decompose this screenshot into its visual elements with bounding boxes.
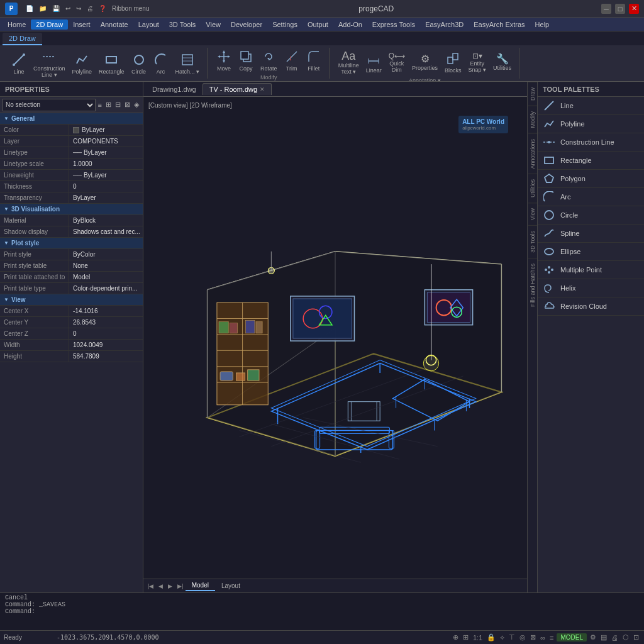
drawing-canvas[interactable]: [Custom view] [2D Wireframe] ALL PC Worl… <box>143 97 527 579</box>
tool-multipoint[interactable]: Multiple Point <box>538 261 644 279</box>
section-3dvis[interactable]: 3D Visualisation <box>0 204 143 215</box>
3d-icon[interactable]: ⬡ <box>621 633 630 642</box>
grid-icon[interactable]: ⊞ <box>462 633 470 642</box>
tool-construction-line[interactable]: Construction Line <box>538 133 644 152</box>
props-icon-4[interactable]: ⊠ <box>123 99 131 110</box>
section-view[interactable]: View <box>0 294 143 306</box>
ribbon-menu-label[interactable]: Ribbon menu <box>110 4 151 13</box>
copy-button[interactable]: Copy <box>236 49 256 73</box>
tool-arc[interactable]: Arc <box>538 188 644 206</box>
menu-home[interactable]: Home <box>3 19 31 30</box>
tab-tvroom[interactable]: TV - Room.dwg ✕ <box>203 83 272 95</box>
props-icon-5[interactable]: ◈ <box>133 99 140 110</box>
multiline-text-button[interactable]: Aa MultilineText ▾ <box>336 49 362 76</box>
snap2-icon[interactable]: ⟡ <box>499 633 506 642</box>
props-icon-2[interactable]: ⊞ <box>104 99 113 110</box>
side-tab-3dtools[interactable]: 3D Tools <box>528 225 537 258</box>
tab-drawing1[interactable]: Drawing1.dwg <box>146 84 203 95</box>
props-icon-3[interactable]: ⊟ <box>114 99 122 110</box>
circle-button[interactable]: Circle <box>129 52 149 76</box>
menu-2ddraw[interactable]: 2D Draw <box>31 19 68 30</box>
hatch-button[interactable]: Hatch... ▾ <box>173 52 203 76</box>
side-tab-draw[interactable]: Draw <box>528 82 537 106</box>
undo-icon[interactable]: ↩ <box>64 4 72 13</box>
prop-linetype: Linetype ── ByLayer <box>0 147 143 158</box>
tool-line[interactable]: Line <box>538 97 644 115</box>
fillet-button[interactable]: Fillet <box>304 49 324 73</box>
print-status-icon[interactable]: 🖨 <box>610 633 619 642</box>
arc-button[interactable]: Arc <box>151 52 171 76</box>
side-tab-utilities[interactable]: Utilities <box>528 174 537 203</box>
print-icon[interactable]: 🖨 <box>85 4 95 13</box>
side-tab-modify[interactable]: Modify <box>528 106 537 133</box>
tool-spline[interactable]: Spline <box>538 225 644 243</box>
menu-easyarch3d[interactable]: EasyArch3D <box>420 19 469 30</box>
ortho-icon[interactable]: ⊤ <box>508 633 516 642</box>
menu-output[interactable]: Output <box>303 19 333 30</box>
polar-icon[interactable]: ◎ <box>518 633 527 642</box>
trim-button[interactable]: Trim <box>282 49 302 73</box>
blocks-button[interactable]: Blocks <box>442 51 464 75</box>
line-button[interactable]: Line <box>9 52 29 76</box>
tool-polyline[interactable]: Polyline <box>538 115 644 133</box>
ribbon-tab-2ddraw[interactable]: 2D Draw <box>3 33 42 45</box>
side-tab-view[interactable]: View <box>528 203 537 225</box>
settings-icon[interactable]: ⚙ <box>589 633 597 642</box>
section-general[interactable]: General <box>0 113 143 125</box>
menu-3dtools[interactable]: 3D Tools <box>164 19 201 30</box>
polyline-button[interactable]: Polyline <box>70 52 95 76</box>
close-button[interactable]: ✕ <box>629 4 639 14</box>
save-icon[interactable]: 💾 <box>50 4 62 13</box>
layout-icon[interactable]: ▤ <box>599 633 608 642</box>
menu-addon[interactable]: Add-On <box>333 19 367 30</box>
tool-helix[interactable]: Helix <box>538 279 644 297</box>
tab-layout[interactable]: Layout <box>215 581 247 591</box>
side-tab-fills[interactable]: Fills and Hatches <box>528 258 537 312</box>
redo-icon[interactable]: ↪ <box>74 4 83 13</box>
menu-layout[interactable]: Layout <box>133 19 164 30</box>
menu-settings[interactable]: Settings <box>267 19 303 30</box>
lock-icon[interactable]: 🔒 <box>486 633 497 642</box>
menu-annotate[interactable]: Annotate <box>96 19 133 30</box>
rotate-button[interactable]: Rotate <box>258 49 280 73</box>
menu-expresstools[interactable]: Express Tools <box>367 19 420 30</box>
otrack-icon[interactable]: ∞ <box>539 633 547 642</box>
help-icon[interactable]: ❓ <box>97 4 108 13</box>
utilities-button[interactable]: 🔧 Utilities <box>491 53 514 72</box>
snap-icon[interactable]: ⊕ <box>452 633 460 642</box>
menu-easyarchextras[interactable]: EasyArch Extras <box>469 19 530 30</box>
tool-revision-cloud[interactable]: Revision Cloud <box>538 297 644 316</box>
move-button[interactable]: Move <box>214 49 234 73</box>
menu-help[interactable]: Help <box>530 19 555 30</box>
close-tab-icon[interactable]: ✕ <box>260 86 265 92</box>
expand-icon[interactable]: ⊡ <box>632 633 640 642</box>
tool-polygon[interactable]: Polygon <box>538 170 644 188</box>
quick-dim-button[interactable]: Q⟷ QuickDim <box>386 51 408 74</box>
rectangle-button[interactable]: Rectangle <box>96 52 127 76</box>
tool-circle[interactable]: Circle <box>538 206 644 225</box>
menu-insert[interactable]: Insert <box>68 19 96 30</box>
new-icon[interactable]: 📄 <box>24 4 35 13</box>
scroll-prev-btn[interactable]: ◀ <box>157 582 165 590</box>
selection-dropdown[interactable]: No selection <box>3 99 96 111</box>
maximize-button[interactable]: □ <box>615 4 625 14</box>
menu-developer[interactable]: Developer <box>226 19 267 30</box>
menu-view[interactable]: View <box>201 19 226 30</box>
open-icon[interactable]: 📁 <box>37 4 48 13</box>
tab-model[interactable]: Model <box>186 580 215 591</box>
scroll-next-btn[interactable]: ▶ <box>166 582 174 590</box>
tool-rectangle[interactable]: Rectangle <box>538 152 644 170</box>
props-icon-1[interactable]: ≡ <box>97 100 103 110</box>
entity-snap-button[interactable]: ⊡▾ EntitySnap ▾ <box>466 51 489 74</box>
scroll-left-btn[interactable]: |◀ <box>146 582 155 590</box>
side-tab-annotations[interactable]: Annotations <box>528 133 537 174</box>
minimize-button[interactable]: ─ <box>601 4 611 14</box>
scroll-right-btn[interactable]: ▶| <box>175 582 185 590</box>
tool-ellipse[interactable]: Ellipse <box>538 243 644 261</box>
section-plotstyle[interactable]: Plot style <box>0 238 143 249</box>
properties-button[interactable]: ⚙ Properties <box>409 53 440 72</box>
osnap-icon[interactable]: ⊠ <box>529 633 537 642</box>
construction-line-button[interactable]: ConstructionLine ▾ <box>31 49 68 79</box>
linear-button[interactable]: Linear <box>364 51 384 75</box>
lineweight-icon[interactable]: ≡ <box>548 633 555 642</box>
